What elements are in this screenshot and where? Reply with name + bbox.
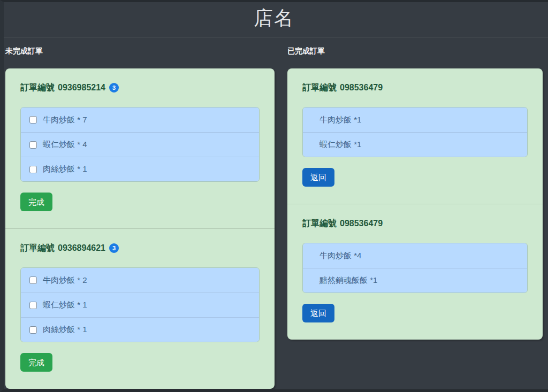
order-number: 098536479 [340,82,383,93]
item-label: 蝦仁炒飯 * 4 [43,140,87,150]
order-title-label: 訂單編號 [302,218,337,229]
order-card: 訂單編號 098536479 牛肉炒飯 *4 黯然銷魂飯飯 *1 返回 [287,204,543,340]
item-label: 牛肉炒飯 *4 [319,251,361,261]
item-count-badge: 3 [109,83,119,93]
order-number: 0936894621 [58,243,105,253]
completed-orders-panel: 訂單編號 098536479 牛肉炒飯 *1 蝦仁炒飯 *1 返回 訂單編號 0… [287,68,543,340]
order-items-list: 牛肉炒飯 * 7 蝦仁炒飯 * 4 肉絲炒飯 * 1 [20,107,260,182]
item-checkbox[interactable] [29,166,37,173]
item-checkbox[interactable] [29,276,37,284]
main-content: 訂單編號 0936985214 3 牛肉炒飯 * 7 蝦仁炒飯 * 4 肉絲炒飯… [0,68,548,389]
order-header: 訂單編號 0936894621 3 [20,243,260,253]
order-item-row: 蝦仁炒飯 *1 [303,132,527,157]
return-button[interactable]: 返回 [302,304,334,322]
order-header: 訂單編號 0936985214 3 [20,82,260,93]
item-label: 牛肉炒飯 * 7 [43,115,87,125]
order-number: 0936985214 [58,82,105,93]
order-item-row: 肉絲炒飯 * 1 [21,317,259,342]
order-item-row: 肉絲炒飯 * 1 [21,157,259,181]
pending-orders-panel: 訂單編號 0936985214 3 牛肉炒飯 * 7 蝦仁炒飯 * 4 肉絲炒飯… [5,68,275,389]
item-label: 黯然銷魂飯飯 *1 [319,275,377,286]
item-label: 牛肉炒飯 * 2 [43,275,87,286]
item-label: 牛肉炒飯 *1 [319,115,361,125]
pending-column-label: 未完成訂單 [5,47,275,68]
order-title-label: 訂單編號 [302,82,337,93]
order-item-row: 蝦仁炒飯 * 1 [21,293,259,317]
item-label: 肉絲炒飯 * 1 [43,164,87,174]
order-header: 訂單編號 098536479 [302,218,528,229]
order-number: 098536479 [340,218,383,229]
order-items-list: 牛肉炒飯 *1 蝦仁炒飯 *1 [302,107,528,157]
item-label: 蝦仁炒飯 *1 [319,140,361,150]
completed-column-label: 已完成訂單 [287,47,325,68]
app-header: 店名 [0,0,548,37]
order-item-row: 牛肉炒飯 * 2 [21,268,259,293]
item-label: 肉絲炒飯 * 1 [43,325,87,335]
item-checkbox[interactable] [29,326,37,334]
order-item-row: 黯然銷魂飯飯 *1 [303,268,527,293]
item-checkbox[interactable] [29,141,37,149]
column-labels-row: 未完成訂單 已完成訂單 [0,37,548,68]
complete-button[interactable]: 完成 [20,353,52,372]
order-item-row: 牛肉炒飯 *1 [303,107,527,132]
order-card: 訂單編號 098536479 牛肉炒飯 *1 蝦仁炒飯 *1 返回 [287,68,543,204]
order-items-list: 牛肉炒飯 * 2 蝦仁炒飯 * 1 肉絲炒飯 * 1 [20,267,260,342]
order-header: 訂單編號 098536479 [302,82,528,93]
item-checkbox[interactable] [29,116,37,124]
order-title-label: 訂單編號 [20,82,55,93]
order-card: 訂單編號 0936985214 3 牛肉炒飯 * 7 蝦仁炒飯 * 4 肉絲炒飯… [5,68,275,228]
order-title-label: 訂單編號 [20,243,55,253]
order-item-row: 蝦仁炒飯 * 4 [21,132,259,157]
return-button[interactable]: 返回 [302,168,334,187]
page-title: 店名 [254,5,294,32]
item-checkbox[interactable] [29,302,37,309]
order-item-row: 牛肉炒飯 *4 [303,243,527,268]
order-item-row: 牛肉炒飯 * 7 [21,107,259,132]
order-items-list: 牛肉炒飯 *4 黯然銷魂飯飯 *1 [302,243,528,293]
order-card: 訂單編號 0936894621 3 牛肉炒飯 * 2 蝦仁炒飯 * 1 肉絲炒飯… [5,228,275,389]
item-label: 蝦仁炒飯 * 1 [43,300,87,310]
item-count-badge: 3 [109,243,119,253]
complete-button[interactable]: 完成 [20,193,52,211]
